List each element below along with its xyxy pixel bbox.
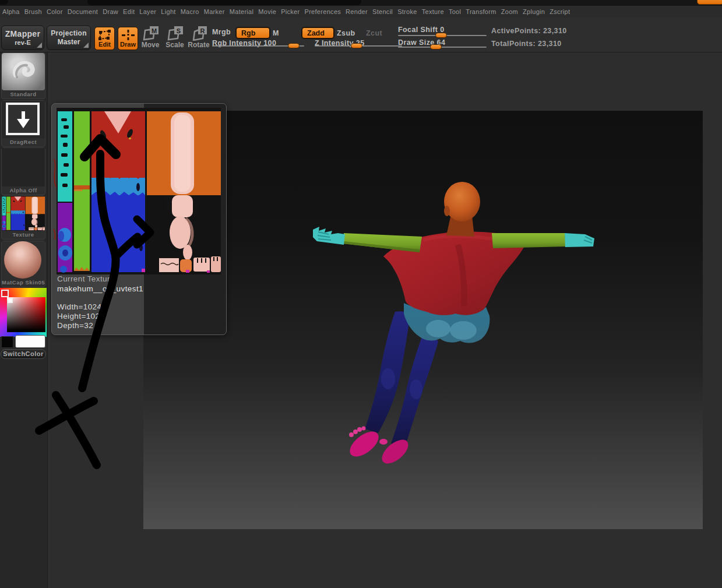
menu-texture[interactable]: Texture: [422, 8, 444, 15]
scale-label: Scale: [165, 41, 184, 49]
svg-text:S: S: [177, 27, 181, 34]
color-picker[interactable]: [0, 288, 47, 337]
menu-zscript[interactable]: Zscript: [550, 8, 570, 15]
window-top-strip: [0, 0, 722, 6]
zmapper-button[interactable]: ZMapper rev-E: [1, 26, 44, 50]
stroke-selector[interactable]: DragRect: [1, 100, 45, 147]
menu-light[interactable]: Light: [161, 8, 175, 15]
zadd-toggle[interactable]: Zadd: [302, 27, 334, 38]
rotate-label: Rotate: [188, 41, 209, 49]
top-toolbar: ZMapper rev-E Projection Master Edit Dra…: [0, 17, 722, 52]
projection-master-button[interactable]: Projection Master: [47, 26, 91, 50]
menu-tool[interactable]: Tool: [449, 8, 461, 15]
texture-width: Width=1024: [57, 302, 143, 312]
dragrect-arrow-icon: [22, 111, 25, 119]
menu-stencil[interactable]: Stencil: [372, 8, 393, 15]
menu-draw[interactable]: Draw: [103, 8, 118, 15]
texture-name: makehum__o1_uvtest1: [57, 284, 143, 294]
corner-blob: [0, 0, 8, 5]
menu-alpha[interactable]: Alpha: [2, 8, 20, 15]
draw-label: Draw: [118, 41, 138, 48]
draw-button[interactable]: Draw: [118, 27, 138, 50]
menu-layer[interactable]: Layer: [139, 8, 156, 15]
edit-label: Edit: [95, 41, 114, 48]
x-mark-stroke1: [56, 395, 97, 465]
texture-selector[interactable]: Texture: [1, 195, 45, 240]
switch-color-button[interactable]: SwitchColor: [1, 349, 46, 359]
current-texture-popup: Current Texture makehum__o1_uvtest1 Widt…: [51, 103, 227, 335]
menu-zplugin[interactable]: Zplugin: [523, 8, 545, 15]
cutoff-orange-button[interactable]: [697, 0, 722, 5]
matcap-sphere-icon: [4, 241, 41, 279]
draw-size-track[interactable]: [398, 47, 487, 48]
popup-title: Current Texture: [57, 274, 143, 284]
titlebar-blob: [87, 0, 361, 5]
scale-button[interactable]: S Scale: [163, 26, 186, 49]
alpha-off-thumb: [2, 148, 45, 186]
mrgb-toggle[interactable]: Mrgb: [212, 28, 231, 36]
svg-text:M: M: [152, 27, 157, 34]
zmapper-label: ZMapper: [2, 29, 44, 38]
corner-triangle-icon: [37, 43, 42, 48]
menu-movie[interactable]: Movie: [258, 8, 276, 15]
menu-transform[interactable]: Transform: [466, 8, 496, 15]
zcut-toggle[interactable]: Zcut: [366, 29, 382, 37]
hue-selector-handle[interactable]: [1, 290, 9, 297]
menu-render[interactable]: Render: [346, 8, 368, 15]
texture-height: Height=1024: [57, 312, 143, 321]
rotate-button[interactable]: R Rotate: [185, 26, 212, 49]
menu-brush[interactable]: Brush: [24, 8, 42, 15]
menu-macro[interactable]: Macro: [181, 8, 199, 15]
menu-zoom[interactable]: Zoom: [501, 8, 518, 15]
scale-icon: S: [166, 26, 184, 41]
rotate-icon: R: [190, 26, 207, 41]
primary-color-swatch[interactable]: [15, 335, 45, 348]
m-toggle[interactable]: M: [273, 29, 279, 37]
corner-triangle-icon: [83, 43, 89, 48]
marquee-icon: [98, 29, 112, 41]
dragrect-label: DragRect: [2, 138, 45, 146]
texture-depth: Depth=32: [57, 321, 143, 330]
menu-material[interactable]: Material: [230, 8, 254, 15]
texture-label: Texture: [2, 231, 45, 239]
alpha-off-label: Alpha Off: [2, 186, 45, 195]
texture-info: Current Texture makehum__o1_uvtest1 Widt…: [57, 274, 143, 330]
rgb-label: Rgb: [241, 29, 255, 37]
menu-edit[interactable]: Edit: [123, 8, 135, 15]
z-intensity-handle[interactable]: [351, 43, 362, 48]
edit-button[interactable]: Edit: [94, 27, 115, 50]
move-button[interactable]: M Move: [139, 26, 162, 49]
texture-preview[interactable]: [57, 108, 221, 274]
dragrect-arrowhead-icon: [17, 119, 30, 128]
menu-marker[interactable]: Marker: [204, 8, 225, 15]
crosshair-icon: [121, 29, 135, 41]
menu-preferences[interactable]: Preferences: [305, 8, 341, 15]
dragrect-thumb: [2, 101, 45, 138]
zadd-label: Zadd: [307, 29, 325, 37]
palette-divider: [48, 52, 49, 588]
material-selector[interactable]: MatCap Skin05: [1, 241, 45, 287]
brush-selector[interactable]: Standard: [1, 52, 45, 99]
standard-brush-thumb: [2, 53, 45, 90]
move-icon: M: [142, 26, 159, 41]
rgb-intensity-handle[interactable]: [288, 43, 300, 48]
standard-brush-label: Standard: [2, 90, 45, 98]
total-points-readout: TotalPoints: 23,310: [491, 40, 562, 48]
draw-size-handle[interactable]: [430, 44, 442, 50]
model-figure: [143, 111, 703, 529]
menu-picker[interactable]: Picker: [281, 8, 300, 15]
menu-stroke[interactable]: Stroke: [397, 8, 417, 15]
svg-text:R: R: [200, 27, 205, 34]
rgb-toggle[interactable]: Rgb: [236, 27, 270, 38]
sculpt-canvas[interactable]: [143, 111, 703, 529]
menu-document[interactable]: Document: [68, 8, 98, 15]
sv-selector-handle[interactable]: [8, 298, 13, 303]
menu-color[interactable]: Color: [47, 8, 63, 15]
matcap-thumb: [2, 241, 45, 279]
projection-label: Projection: [47, 29, 90, 37]
menubar: Alpha Brush Color Document Draw Edit Lay…: [0, 6, 722, 17]
focal-shift-handle[interactable]: [435, 33, 447, 38]
secondary-color-swatch[interactable]: [1, 336, 13, 348]
alpha-selector[interactable]: Alpha Off: [1, 147, 45, 195]
zsub-toggle[interactable]: Zsub: [337, 29, 355, 37]
